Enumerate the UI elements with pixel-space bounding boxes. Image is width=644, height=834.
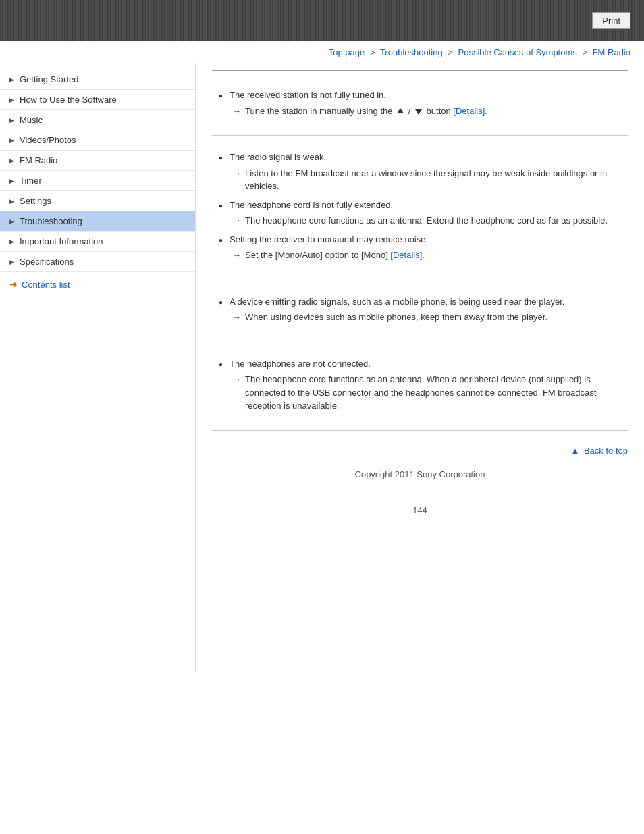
- sidebar-item-troubleshooting[interactable]: ▶ Troubleshooting: [0, 211, 195, 232]
- up-button-icon: [396, 107, 405, 116]
- sidebar-arrow-fm-radio: ▶: [9, 157, 14, 164]
- breadcrumb-possible-causes[interactable]: Possible Causes of Symptoms: [458, 47, 577, 57]
- back-to-top-link[interactable]: ▲ Back to top: [570, 446, 628, 456]
- breadcrumb-sep-1: >: [370, 47, 375, 57]
- back-to-top-triangle-icon: ▲: [570, 446, 579, 456]
- sidebar-arrow-specifications: ▶: [9, 259, 14, 265]
- cause-text-2c: Setting the receiver to monaural may red…: [230, 234, 428, 244]
- svg-marker-1: [415, 109, 422, 115]
- sidebar-label-important-information: Important Information: [20, 236, 188, 246]
- sidebar-label-how-to-use: How to Use the Software: [20, 95, 188, 105]
- cause-item-3: A device emitting radio signals, such as…: [219, 295, 628, 324]
- cause-item-2a: The radio signal is weak. → Listen to th…: [219, 151, 628, 193]
- solution-arrow-2c: →: [232, 249, 241, 262]
- sidebar-arrow-important-information: ▶: [9, 238, 14, 245]
- solution-4: → The headphone cord functions as an ant…: [232, 373, 628, 413]
- sidebar-label-music: Music: [20, 115, 188, 125]
- solution-3: → When using devices such as mobile phon…: [232, 311, 628, 324]
- solution-arrow-4: →: [232, 373, 241, 386]
- breadcrumb-sep-2: >: [448, 47, 453, 57]
- cause-item-1: The received station is not fully tuned …: [219, 88, 628, 118]
- sidebar-label-settings: Settings: [20, 196, 188, 206]
- solution-text-2c: Set the [Mono/Auto] option to [Mono] [De…: [245, 249, 628, 262]
- sidebar-item-settings[interactable]: ▶ Settings: [0, 191, 195, 211]
- cause-list-reception-poor: The radio signal is weak. → Listen to th…: [219, 151, 628, 262]
- sidebar-item-music[interactable]: ▶ Music: [0, 110, 195, 130]
- top-divider: [212, 70, 628, 71]
- details-link-1[interactable]: [Details].: [453, 106, 487, 116]
- back-to-top-label: Back to top: [584, 446, 628, 456]
- sidebar-item-important-information[interactable]: ▶ Important Information: [0, 232, 195, 252]
- cause-list-sound-static: The received station is not fully tuned …: [219, 88, 628, 118]
- sidebar-arrow-getting-started: ▶: [9, 76, 14, 83]
- cause-text-2b: The headphone cord is not fully extended…: [230, 200, 393, 210]
- layout: ▶ Getting Started ▶ How to Use the Softw…: [0, 63, 644, 671]
- solution-arrow-2a: →: [232, 167, 241, 180]
- solution-arrow-1: →: [232, 105, 241, 118]
- section-sound-static: The received station is not fully tuned …: [212, 82, 628, 127]
- contents-list-link[interactable]: ➜ Contents list: [0, 272, 195, 296]
- section-fm-unavailable: The headphones are not connected. → The …: [212, 350, 628, 422]
- sidebar-arrow-settings: ▶: [9, 198, 14, 205]
- solution-arrow-3: →: [232, 311, 241, 324]
- sidebar-item-getting-started[interactable]: ▶ Getting Started: [0, 70, 195, 90]
- sidebar-label-fm-radio: FM Radio: [20, 155, 188, 165]
- sidebar-label-troubleshooting: Troubleshooting: [20, 216, 188, 226]
- section-noise-interference: A device emitting radio signals, such as…: [212, 288, 628, 334]
- down-button-icon: [414, 107, 423, 116]
- header-bar: Print: [0, 0, 644, 41]
- cause-text-2a: The radio signal is weak.: [230, 152, 326, 162]
- solution-arrow-2b: →: [232, 214, 241, 228]
- contents-list-label: Contents list: [22, 280, 70, 290]
- sidebar: ▶ Getting Started ▶ How to Use the Softw…: [0, 63, 196, 671]
- solution-2c: → Set the [Mono/Auto] option to [Mono] […: [232, 249, 628, 262]
- sidebar-item-videos-photos[interactable]: ▶ Videos/Photos: [0, 130, 195, 151]
- footer: Copyright 2011 Sony Corporation: [212, 459, 628, 500]
- page-number-label: 144: [412, 505, 427, 515]
- breadcrumb-top-page[interactable]: Top page: [329, 47, 365, 57]
- cause-text-3: A device emitting radio signals, such as…: [230, 296, 564, 307]
- divider-4: [212, 430, 628, 431]
- cause-list-noise: A device emitting radio signals, such as…: [219, 295, 628, 324]
- sidebar-label-timer: Timer: [20, 176, 188, 186]
- divider-3: [212, 342, 628, 342]
- solution-2a: → Listen to the FM broadcast near a wind…: [232, 167, 628, 193]
- print-button[interactable]: Print: [592, 12, 630, 29]
- sidebar-label-getting-started: Getting Started: [20, 74, 188, 84]
- sidebar-arrow-timer: ▶: [9, 178, 14, 184]
- breadcrumb-troubleshooting[interactable]: Troubleshooting: [380, 47, 443, 57]
- sidebar-item-fm-radio[interactable]: ▶ FM Radio: [0, 151, 195, 171]
- sidebar-label-specifications: Specifications: [20, 257, 188, 267]
- sidebar-arrow-videos-photos: ▶: [9, 137, 14, 144]
- cause-item-2c: Setting the receiver to monaural may red…: [219, 233, 628, 262]
- solution-2b: → The headphone cord functions as an ant…: [232, 214, 628, 228]
- breadcrumb-sep-3: >: [582, 47, 587, 57]
- svg-marker-0: [397, 108, 404, 113]
- solution-text-1: Tune the station in manually using the /…: [245, 105, 628, 118]
- solution-text-4: The headphone cord functions as an anten…: [245, 373, 628, 413]
- section-reception-poor: The radio signal is weak. → Listen to th…: [212, 144, 628, 271]
- sidebar-arrow-troubleshooting: ▶: [9, 218, 14, 225]
- sidebar-arrow-music: ▶: [9, 117, 14, 124]
- details-link-2[interactable]: [Details].: [390, 250, 425, 260]
- sidebar-item-specifications[interactable]: ▶ Specifications: [0, 252, 195, 272]
- page-number: 144: [212, 500, 628, 521]
- main-content: The received station is not fully tuned …: [196, 63, 644, 671]
- solution-text-2a: Listen to the FM broadcast near a window…: [245, 167, 628, 193]
- sidebar-arrow-how-to-use: ▶: [9, 97, 14, 103]
- sidebar-item-how-to-use[interactable]: ▶ How to Use the Software: [0, 90, 195, 110]
- divider-2: [212, 280, 628, 280]
- back-to-top: ▲ Back to top: [212, 439, 628, 459]
- solution-text-3: When using devices such as mobile phones…: [245, 311, 628, 324]
- sidebar-item-timer[interactable]: ▶ Timer: [0, 171, 195, 191]
- cause-item-4: The headphones are not connected. → The …: [219, 357, 628, 413]
- breadcrumb-current: FM Radio: [593, 47, 630, 57]
- solution-text-2b: The headphone cord functions as an anten…: [245, 214, 628, 228]
- cause-text-1: The received station is not fully tuned …: [230, 90, 386, 100]
- cause-text-4: The headphones are not connected.: [230, 359, 371, 369]
- copyright-text: Copyright 2011 Sony Corporation: [355, 469, 485, 479]
- sidebar-label-videos-photos: Videos/Photos: [20, 135, 188, 145]
- divider-1: [212, 135, 628, 136]
- cause-list-fm-unavailable: The headphones are not connected. → The …: [219, 357, 628, 413]
- cause-item-2b: The headphone cord is not fully extended…: [219, 199, 628, 228]
